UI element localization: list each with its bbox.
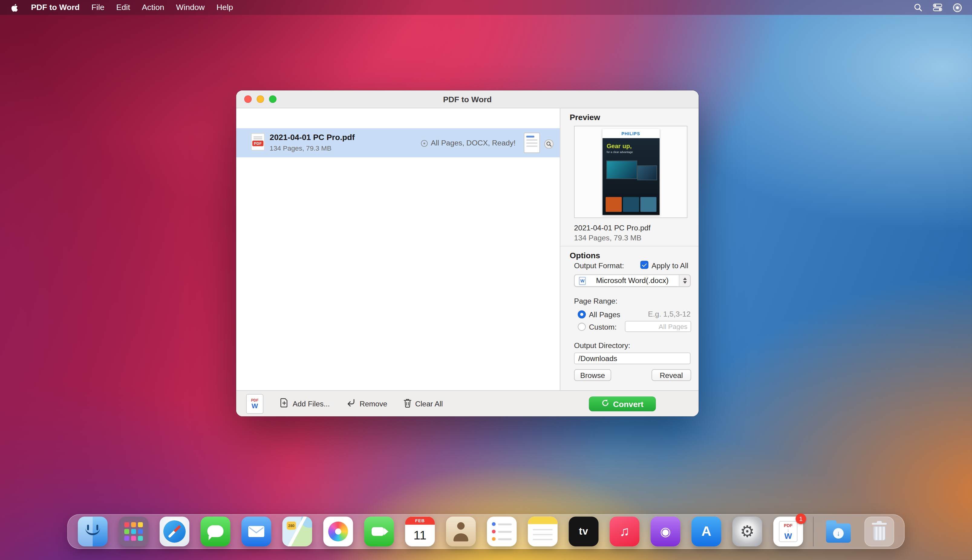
menu-app-name[interactable]: PDF to Word: [31, 0, 80, 15]
preview-label: Preview: [570, 113, 600, 122]
dock-facetime-icon[interactable]: [364, 517, 394, 547]
add-files-icon: [279, 398, 289, 409]
file-status: All Pages, DOCX, Ready!: [431, 139, 516, 148]
output-format-label: Output Format:: [574, 262, 624, 270]
close-button[interactable]: [244, 95, 252, 103]
apply-to-all-checkbox[interactable]: [640, 261, 649, 269]
control-center-icon[interactable]: [933, 3, 942, 12]
output-directory-label: Output Directory:: [574, 342, 630, 350]
page-range-label: Page Range:: [574, 297, 618, 305]
dock: 280 FEB 11 tv ♫ ◉: [67, 514, 905, 549]
cover-subhead: for a clear advantage: [607, 151, 633, 153]
dock-trash-icon[interactable]: [864, 517, 894, 547]
add-files-button[interactable]: Add Files...: [279, 398, 330, 409]
remove-icon: [346, 398, 356, 409]
reveal-button[interactable]: Reveal: [652, 369, 691, 381]
menu-item-file[interactable]: File: [91, 0, 104, 15]
search-icon[interactable]: [914, 3, 922, 12]
menu-bar-left: PDF to Word File Edit Action Window Help: [10, 0, 233, 15]
browse-button[interactable]: Browse: [574, 369, 611, 381]
window-title: PDF to Word: [443, 94, 492, 104]
file-name: 2021-04-01 PC Pro.pdf: [270, 132, 355, 142]
file-row[interactable]: PDF 2021-04-01 PC Pro.pdf 134 Pages, 79.…: [236, 128, 560, 157]
dock-reminders-icon[interactable]: [487, 517, 517, 547]
page-range-example: E.g. 1,5,3-12: [648, 310, 691, 318]
zoom-button[interactable]: [269, 95, 277, 103]
apply-to-all-label: Apply to All: [652, 262, 688, 270]
dock-finder-icon[interactable]: [78, 517, 107, 547]
pdf-to-word-window: PDF to Word PDF 2021-04-01 PC Pro.pdf 13…: [236, 90, 699, 417]
cover-brand: PHILIPS: [602, 129, 659, 138]
apple-menu-icon[interactable]: [10, 3, 19, 12]
minimize-button[interactable]: [257, 95, 264, 103]
music-note-icon: ♫: [619, 523, 630, 540]
screen: PDF to Word File Edit Action Window Help…: [0, 0, 972, 560]
menu-bar: PDF to Word File Edit Action Window Help: [0, 0, 972, 15]
download-arrow-icon: ↓: [833, 528, 844, 538]
menu-item-window[interactable]: Window: [176, 0, 205, 15]
podcasts-glyph-icon: ◉: [660, 524, 671, 539]
custom-label: Custom:: [589, 323, 617, 332]
dock-mail-icon[interactable]: [241, 517, 271, 547]
all-pages-radio[interactable]: [578, 310, 586, 318]
pdf-label: PDF: [252, 141, 263, 146]
cover-monitor-image: [606, 160, 637, 179]
output-format-value: Microsoft Word(.docx): [596, 277, 669, 285]
dock-pdf-to-word-icon[interactable]: PDF ↓ W 1: [773, 517, 803, 547]
convert-refresh-icon: [601, 399, 609, 409]
trash-icon: [403, 398, 412, 409]
dock-photos-icon[interactable]: [323, 517, 353, 547]
dock-calendar-icon[interactable]: FEB 11: [405, 517, 435, 547]
dock-separator: [813, 517, 814, 547]
panel-divider: [560, 246, 699, 247]
file-list: PDF 2021-04-01 PC Pro.pdf 134 Pages, 79.…: [236, 108, 560, 390]
window-titlebar[interactable]: PDF to Word: [236, 90, 699, 108]
pdf-file-icon: PDF: [251, 133, 265, 150]
cover-bottom-tiles: [605, 197, 656, 212]
custom-radio[interactable]: [578, 323, 586, 331]
all-pages-label: All Pages: [589, 310, 620, 319]
menu-item-edit[interactable]: Edit: [116, 0, 130, 15]
dock-music-icon[interactable]: ♫: [610, 517, 639, 547]
dock-downloads-icon[interactable]: ↓: [824, 517, 853, 547]
convert-button[interactable]: Convert: [589, 397, 656, 411]
file-info: 2021-04-01 PC Pro.pdf 134 Pages, 79.3 MB: [270, 132, 355, 152]
dock-app-store-icon[interactable]: A: [691, 517, 721, 547]
cover-body: Gear up, for a clear advantage: [602, 138, 659, 215]
notification-badge: 1: [796, 513, 806, 524]
docx-thumbnail-icon: [524, 132, 540, 153]
dock-tv-icon[interactable]: tv: [569, 517, 599, 547]
menu-bar-right: [914, 3, 962, 12]
window-content: PDF 2021-04-01 PC Pro.pdf 134 Pages, 79.…: [236, 108, 699, 390]
preview-thumbnail: PHILIPS Gear up, for a clear advantage: [574, 126, 687, 218]
file-meta: 134 Pages, 79.3 MB: [270, 144, 355, 152]
options-label: Options: [570, 251, 600, 260]
menu-item-help[interactable]: Help: [217, 0, 233, 15]
clear-all-button[interactable]: Clear All: [403, 398, 443, 409]
output-directory-input[interactable]: [574, 353, 690, 364]
menu-item-action[interactable]: Action: [142, 0, 164, 15]
gear-icon: ⚙: [740, 522, 755, 541]
preview-file-name: 2021-04-01 PC Pro.pdf: [574, 224, 650, 233]
remove-button[interactable]: Remove: [346, 398, 387, 409]
dock-messages-icon[interactable]: [200, 517, 230, 547]
preview-magnifier-icon[interactable]: [544, 139, 554, 149]
dock-contacts-icon[interactable]: [446, 517, 476, 547]
options-panel: Preview PHILIPS Gear up, for a clear adv…: [560, 108, 699, 390]
dock-maps-icon[interactable]: 280: [282, 517, 312, 547]
window-toolbar: PDF W Add Files... Remove Clear All: [236, 390, 699, 417]
cover-monitor-image-2: [637, 165, 657, 180]
custom-range-input[interactable]: [625, 321, 691, 332]
cover-headline: Gear up,: [607, 142, 632, 149]
dock-safari-icon[interactable]: [160, 517, 189, 547]
dock-launchpad-icon[interactable]: [119, 517, 148, 547]
dock-system-preferences-icon[interactable]: ⚙: [732, 517, 762, 547]
dock-notes-icon[interactable]: [528, 517, 557, 547]
magazine-cover: PHILIPS Gear up, for a clear advantage: [602, 129, 659, 215]
word-doc-icon: W: [579, 277, 586, 285]
output-format-dropdown[interactable]: W Microsoft Word(.docx): [574, 275, 690, 287]
status-icon: [421, 140, 428, 147]
siri-icon[interactable]: [953, 3, 962, 12]
dock-podcasts-icon[interactable]: ◉: [650, 517, 680, 547]
preview-file-meta: 134 Pages, 79.3 MB: [574, 233, 642, 242]
